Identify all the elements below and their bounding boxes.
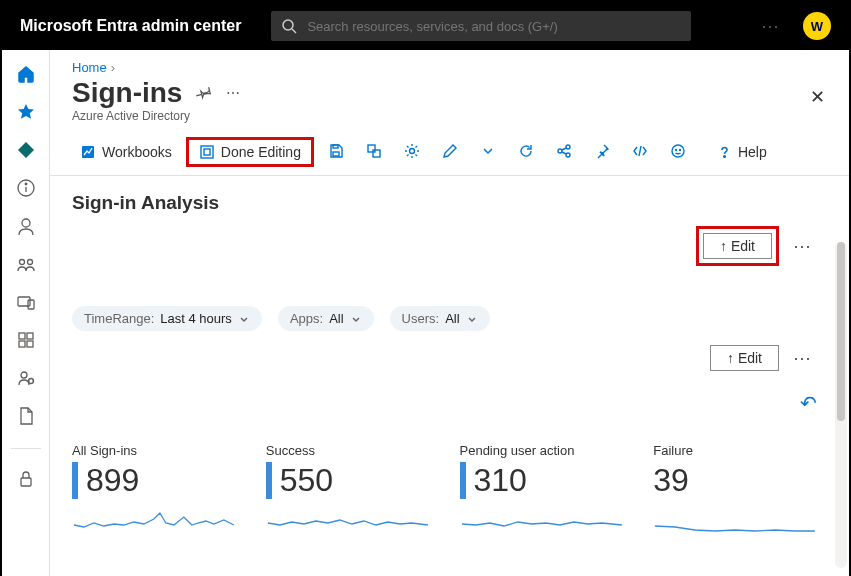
metric-pending: Pending user action 310 [460, 443, 624, 538]
vertical-scrollbar[interactable] [835, 242, 847, 568]
main-area: ✕ Home › Sign-ins ⋯ Azure Active Directo… [50, 50, 849, 576]
save-icon[interactable] [320, 139, 352, 166]
svg-rect-10 [19, 333, 25, 339]
svg-point-26 [566, 145, 570, 149]
workbook-content: Sign-in Analysis ↑ Edit ⋯ TimeRange: Las… [50, 176, 849, 542]
page-subtitle: Azure Active Directory [50, 109, 849, 133]
diamond-icon[interactable] [16, 140, 36, 160]
svg-point-30 [679, 149, 680, 150]
svg-point-24 [409, 148, 414, 153]
svg-rect-13 [27, 341, 33, 347]
close-icon[interactable]: ✕ [810, 86, 825, 108]
edit-section-button-1[interactable]: ↑ Edit [703, 233, 772, 259]
groups-icon[interactable] [16, 254, 36, 274]
metric-failure: Failure 39 [653, 443, 817, 538]
users-filter[interactable]: Users: All [390, 306, 490, 331]
svg-line-1 [292, 29, 296, 33]
home-icon[interactable] [16, 64, 36, 84]
svg-rect-16 [21, 478, 31, 486]
roles-icon[interactable] [16, 368, 36, 388]
svg-rect-18 [201, 146, 213, 158]
sparkline [72, 505, 236, 535]
breadcrumb-home[interactable]: Home [72, 60, 107, 75]
share-icon[interactable] [548, 139, 580, 166]
svg-point-14 [21, 372, 27, 378]
scrollbar-thumb[interactable] [837, 242, 845, 421]
sparkline [460, 505, 624, 535]
svg-rect-9 [28, 300, 34, 309]
workbooks-button[interactable]: Workbooks [72, 140, 180, 164]
page-title: Sign-ins [72, 77, 182, 109]
svg-point-6 [19, 260, 24, 265]
sparkline [266, 505, 430, 535]
favorites-icon[interactable] [16, 102, 36, 122]
svg-rect-20 [333, 152, 339, 156]
left-rail [2, 50, 50, 576]
help-button[interactable]: Help [708, 140, 775, 164]
lock-icon[interactable] [16, 469, 36, 489]
devices-icon[interactable] [16, 292, 36, 312]
code-icon[interactable] [624, 139, 656, 166]
info-icon[interactable] [16, 178, 36, 198]
global-search[interactable] [271, 11, 691, 41]
svg-point-25 [558, 149, 562, 153]
svg-rect-11 [27, 333, 33, 339]
user-icon[interactable] [16, 216, 36, 236]
svg-point-27 [566, 153, 570, 157]
section-more-1[interactable]: ⋯ [789, 231, 817, 261]
sparkline [653, 505, 817, 535]
save-as-icon[interactable] [358, 139, 390, 166]
apps-icon[interactable] [16, 330, 36, 350]
svg-rect-12 [19, 341, 25, 347]
svg-point-0 [283, 20, 293, 30]
edit-highlight: ↑ Edit [696, 226, 779, 266]
command-bar: Workbooks Done Editing Help [50, 133, 849, 176]
svg-point-31 [724, 156, 726, 158]
feedback-icon[interactable] [662, 139, 694, 166]
settings-icon[interactable] [396, 139, 428, 166]
metric-all-signins: All Sign-ins 899 [72, 443, 236, 538]
breadcrumb: Home › [50, 50, 849, 75]
chevron-right-icon: › [111, 60, 115, 75]
user-avatar[interactable]: W [803, 12, 831, 40]
document-icon[interactable] [16, 406, 36, 426]
svg-point-4 [25, 183, 27, 185]
svg-point-5 [22, 219, 30, 227]
chevron-down-icon[interactable] [472, 139, 504, 166]
section-title: Sign-in Analysis [72, 192, 817, 214]
svg-rect-21 [333, 145, 338, 148]
undo-icon[interactable]: ↶ [800, 391, 817, 415]
svg-rect-23 [373, 150, 380, 157]
top-bar: Microsoft Entra admin center ⋯ W [2, 2, 849, 50]
chevron-down-icon [466, 313, 478, 325]
search-input[interactable] [305, 18, 681, 35]
done-editing-button[interactable]: Done Editing [195, 142, 305, 162]
filter-row: TimeRange: Last 4 hours Apps: All Users:… [72, 306, 817, 331]
arrow-up-icon: ↑ [727, 350, 734, 366]
svg-rect-19 [204, 149, 210, 155]
svg-point-7 [27, 260, 32, 265]
timerange-filter[interactable]: TimeRange: Last 4 hours [72, 306, 262, 331]
refresh-icon[interactable] [510, 139, 542, 166]
edit-section-button-2[interactable]: ↑ Edit [710, 345, 779, 371]
chevron-down-icon [238, 313, 250, 325]
chevron-down-icon [350, 313, 362, 325]
pin-icon[interactable] [196, 84, 212, 103]
search-icon [281, 18, 297, 34]
apps-filter[interactable]: Apps: All [278, 306, 374, 331]
product-title: Microsoft Entra admin center [20, 17, 241, 35]
svg-point-29 [675, 149, 676, 150]
metrics-row: All Sign-ins 899 Success 550 Pending use… [72, 443, 817, 538]
header-more-icon[interactable]: ⋯ [226, 85, 241, 101]
svg-point-28 [672, 145, 684, 157]
section-more-2[interactable]: ⋯ [789, 343, 817, 373]
arrow-up-icon: ↑ [720, 238, 727, 254]
pin-toolbar-icon[interactable] [586, 139, 618, 166]
topbar-more-icon[interactable]: ⋯ [757, 11, 785, 41]
svg-rect-22 [368, 145, 375, 152]
edit-pencil-icon[interactable] [434, 139, 466, 166]
metric-success: Success 550 [266, 443, 430, 538]
done-editing-highlight: Done Editing [186, 137, 314, 167]
